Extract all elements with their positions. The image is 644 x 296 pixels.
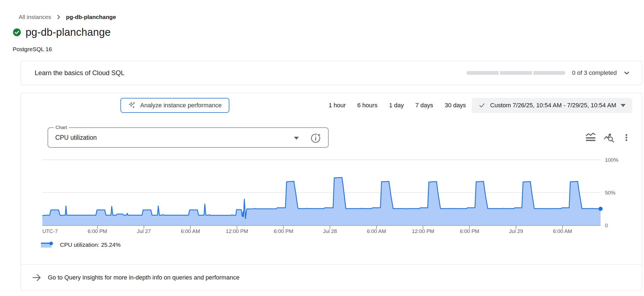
ai-insight-icon[interactable] [309,132,322,144]
progress-segment [466,71,499,75]
time-range-links: 1 hour 6 hours 1 day 7 days 30 days [329,102,466,109]
custom-time-range-selector[interactable]: Custom 7/26/25, 10:54 AM - 7/29/25, 10:5… [472,98,632,113]
learn-basics-title: Learn the basics of Cloud SQL [35,69,125,77]
query-insights-link[interactable]: Go to Query insights for more in-depth i… [48,274,240,281]
query-insights-row[interactable]: Go to Query insights for more in-depth i… [21,264,642,290]
svg-text:100%: 100% [605,158,618,163]
svg-text:Jul 28: Jul 28 [323,228,337,234]
svg-text:0: 0 [605,223,608,228]
svg-text:12:00 PM: 12:00 PM [412,228,434,234]
select-dropdown-arrow-icon [294,137,299,140]
chart-legend: CPU utilization: 25.24% [41,242,642,248]
breadcrumb-all-instances[interactable]: All instances [19,14,51,20]
page-title: pg-db-planchange [26,26,111,38]
more-options-icon[interactable] [622,132,631,143]
svg-text:6:00 AM: 6:00 AM [553,228,572,234]
range-7-days[interactable]: 7 days [415,102,433,109]
learn-basics-card: Learn the basics of Cloud SQL 0 of 3 com… [21,61,642,85]
range-6-hours[interactable]: 6 hours [357,102,377,109]
chart-metric-select[interactable]: Chart CPU utilization [48,127,329,148]
learn-progress-bar [466,71,565,75]
svg-text:Jul 27: Jul 27 [137,228,151,234]
chevron-right-icon [56,14,62,20]
instance-title-row: pg-db-planchange [13,26,644,38]
svg-text:12:00 PM: 12:00 PM [226,228,248,234]
status-healthy-icon [13,28,21,37]
monitoring-chart-card: Analyze instance performance 1 hour 6 ho… [21,93,642,291]
analyze-button-label: Analyze instance performance [140,102,222,109]
dropdown-arrow-icon [621,104,626,107]
range-1-hour[interactable]: 1 hour [329,102,346,109]
range-1-day[interactable]: 1 day [389,102,404,109]
svg-text:6:00 AM: 6:00 AM [181,228,200,234]
legend-area-swatch-icon [41,242,53,248]
chart-select-value: CPU utilization [48,134,97,141]
instance-engine-version: PostgreSQL 16 [13,46,644,53]
svg-text:6:00 AM: 6:00 AM [367,228,386,234]
svg-text:50%: 50% [605,190,615,196]
cpu-utilization-chart[interactable]: 050%100%6:00 PMJul 276:00 AM12:00 PM6:00… [42,158,642,238]
arrow-right-icon [32,273,42,283]
expand-learn-card-button[interactable] [623,70,630,76]
chart-plot-area: 050%100%6:00 PMJul 276:00 AM12:00 PM6:00… [42,158,631,237]
svg-text:6:00 PM: 6:00 PM [88,228,107,234]
chart-toolbar: Analyze instance performance 1 hour 6 ho… [21,93,642,113]
analyze-instance-performance-button[interactable]: Analyze instance performance [120,98,229,113]
chart-action-icons [585,132,631,143]
area-chart-mode-icon[interactable] [585,132,596,143]
progress-segment [500,71,532,75]
chart-controls-row: Chart CPU utilization [32,127,631,148]
breadcrumb: All instances pg-db-planchange [19,14,644,20]
learn-progress-label: 0 of 3 completed [572,69,617,76]
explore-metrics-icon[interactable] [604,132,615,143]
custom-range-label: Custom 7/26/25, 10:54 AM - 7/29/25, 10:5… [490,102,616,109]
breadcrumb-current: pg-db-planchange [66,14,116,20]
svg-text:6:00 PM: 6:00 PM [274,228,293,234]
svg-text:UTC-7: UTC-7 [42,228,58,234]
chart-select-label: Chart [54,125,69,130]
check-icon [478,102,486,109]
svg-text:Jul 29: Jul 29 [509,228,523,234]
gemini-sparkle-icon [128,101,136,109]
range-30-days[interactable]: 30 days [445,102,466,109]
legend-label: CPU utilization: 25.24% [60,242,121,248]
progress-segment [533,71,566,75]
svg-text:6:00 PM: 6:00 PM [460,228,479,234]
